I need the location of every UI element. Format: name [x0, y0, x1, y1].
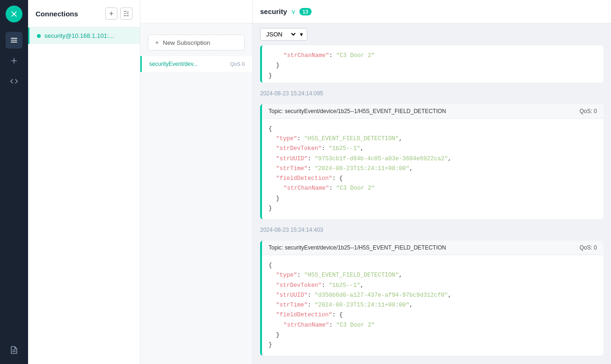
format-select[interactable]: JSON Hex Base64 Plaintext [264, 30, 297, 38]
select-chevron-icon: ▾ [300, 31, 303, 38]
subscription-header [140, 0, 253, 23]
json-line: "strChanName": "C3 Door 2" [269, 321, 597, 330]
nav-add-icon[interactable] [6, 52, 22, 69]
json-line: "strChanName": "C3 Door 2" [269, 184, 597, 193]
json-line: "strUUID": "9753cb1f-d84b-4c05-a03e-3604… [269, 154, 597, 164]
topic-text-2: Topic: securityEvent/device/1b25--1/H5S_… [269, 244, 446, 251]
qos-2: QoS: 0 [580, 244, 597, 251]
main-message-area: JSON Hex Base64 Plaintext ▾ "strChanName… [253, 23, 611, 364]
message-body-partial: "strChanName": "C3 Door 2" } } [262, 45, 604, 83]
message-card-1: Topic: securityEvent/device/1b25--1/H5S_… [260, 104, 604, 219]
json-line: "type": "H5S_EVENT_FIELD_DETECTION", [269, 271, 597, 280]
message-timestamp-1: 2024-08-23 15:24:14:095 [260, 88, 604, 99]
json-line: "strTime": "2024-08-23T15:24:11+08:00", [269, 164, 597, 174]
qos-1: QoS: 0 [580, 108, 597, 114]
message-topic-1: Topic: securityEvent/device/1b25--1/H5S_… [262, 104, 604, 119]
json-line: } [269, 194, 597, 204]
tab-title: security [260, 7, 287, 15]
json-line: "fieldDetection": { [269, 174, 597, 184]
json-line: "fieldDetection": { [269, 310, 597, 320]
json-line: "type": "H5S_EVENT_FIELD_DETECTION", [269, 134, 597, 144]
subscription-item[interactable]: securityEvent/dev... QoS 0 [140, 56, 252, 72]
app-logo[interactable] [6, 6, 22, 22]
plus-icon: ＋ [154, 38, 160, 47]
subscription-topic-label: securityEvent/dev... [149, 61, 198, 67]
json-line: } [269, 61, 597, 71]
connections-panel: Connections security@10.168.1.101:... [28, 0, 140, 364]
tab-chevron-icon[interactable]: ⋎ [291, 8, 296, 15]
new-subscription-label: New Subscription [163, 39, 210, 46]
subscription-panel: ＋ New Subscription securityEvent/dev... … [140, 23, 253, 364]
json-line: } [269, 340, 597, 350]
topic-text-1: Topic: securityEvent/device/1b25--1/H5S_… [269, 108, 446, 114]
connection-status-dot [37, 34, 41, 38]
format-select-wrapper[interactable]: JSON Hex Base64 Plaintext ▾ [260, 28, 307, 41]
nav-code-icon[interactable] [6, 73, 22, 90]
json-line: } [269, 330, 597, 340]
message-timestamp-2: 2024-08-23 15:24:14:403 [260, 225, 604, 235]
messages-area[interactable]: "strChanName": "C3 Door 2" } } 2024-08-2… [253, 45, 611, 364]
nav-connections-icon[interactable] [6, 32, 22, 49]
add-connection-button[interactable] [105, 7, 117, 20]
connections-header: Connections [28, 0, 140, 28]
tab-header: security ⋎ 13 [140, 0, 611, 23]
connection-label: security@10.168.1.101:... [44, 32, 114, 39]
message-topic-2: Topic: securityEvent/device/1b25--1/H5S_… [262, 241, 604, 255]
subscription-qos: QoS 0 [230, 61, 245, 67]
tab-bar: security ⋎ 13 [253, 7, 611, 15]
json-line: "strUUID": "d350b6d0-a127-437e-af94-97bc… [269, 291, 597, 300]
connections-title: Connections [36, 10, 78, 18]
json-line: "strDevToken": "1b25--1", [269, 281, 597, 291]
left-nav [0, 0, 28, 364]
json-line: } [269, 204, 597, 214]
format-bar: JSON Hex Base64 Plaintext ▾ [253, 23, 611, 45]
json-line: "strTime": "2024-08-23T15:24:11+08:00", [269, 300, 597, 310]
json-line: "strChanName": "C3 Door 2" [269, 51, 597, 61]
message-body-2: { "type": "H5S_EVENT_FIELD_DETECTION", "… [262, 255, 604, 356]
connection-item[interactable]: security@10.168.1.101:... [28, 28, 140, 44]
tab-message-count: 13 [299, 8, 312, 15]
connections-actions [105, 7, 132, 20]
json-line: } [269, 71, 597, 81]
json-line: "strDevToken": "1b25--1", [269, 144, 597, 154]
json-line: { [269, 124, 597, 134]
message-card-partial: "strChanName": "C3 Door 2" } } [260, 45, 604, 83]
layout-button[interactable] [120, 7, 132, 20]
json-line: { [269, 261, 597, 271]
message-card-2: Topic: securityEvent/device/1b25--1/H5S_… [260, 241, 604, 356]
new-subscription-button[interactable]: ＋ New Subscription [148, 35, 245, 50]
nav-logs-icon[interactable] [6, 342, 22, 358]
message-body-1: { "type": "H5S_EVENT_FIELD_DETECTION", "… [262, 119, 604, 219]
